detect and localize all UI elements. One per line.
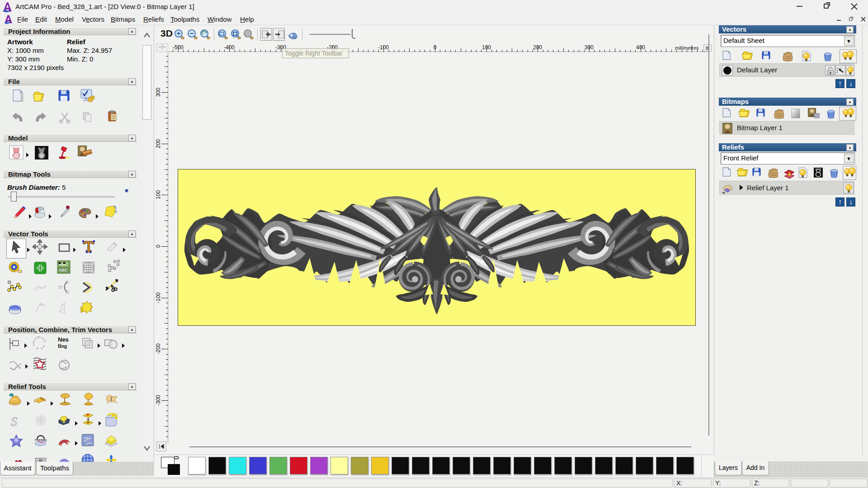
- svg-text:o: o: [42, 345, 46, 348]
- svg-text:S: S: [11, 414, 17, 428]
- svg-text:ting: ting: [58, 343, 67, 349]
- svg-text:+: +: [722, 189, 726, 195]
- svg-text:n: n: [40, 347, 43, 350]
- svg-text:ABC: ABC: [59, 268, 68, 272]
- svg-text:Nes: Nes: [58, 336, 69, 343]
- svg-text:t: t: [39, 336, 40, 338]
- svg-text:a: a: [36, 347, 38, 351]
- svg-text:b: b: [62, 418, 66, 424]
